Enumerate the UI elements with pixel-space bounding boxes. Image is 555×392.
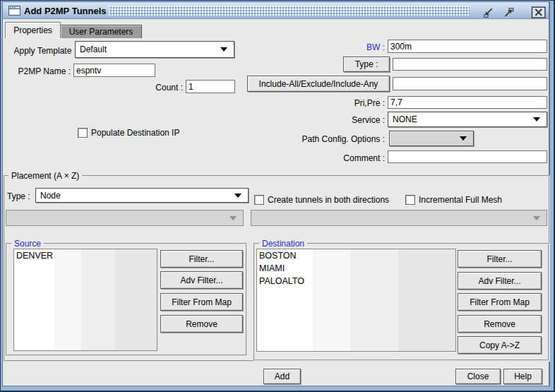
apply-template-label: Apply Template : bbox=[3, 46, 76, 56]
path-config-options-select[interactable] bbox=[389, 131, 474, 146]
list-item[interactable]: MIAMI bbox=[257, 262, 455, 275]
pripre-input[interactable] bbox=[388, 96, 547, 109]
placement-group-title: Placement (A × Z) bbox=[8, 171, 82, 181]
tab-user-parameters[interactable]: User Parameters bbox=[60, 25, 142, 38]
placement-left-select-disabled bbox=[6, 210, 244, 226]
source-filter-from-map-button[interactable]: Filter From Map bbox=[160, 293, 243, 311]
close-button-label: Close bbox=[467, 372, 489, 381]
include-all-exclude-include-any-button[interactable]: Include-All/Exclude/Include-Any bbox=[247, 76, 390, 92]
bw-label: BW : bbox=[350, 42, 385, 52]
window-title: Add P2MP Tunnels bbox=[24, 6, 107, 16]
close-dialog-button[interactable]: Close bbox=[455, 369, 501, 384]
list-item[interactable]: DENVER bbox=[14, 249, 157, 262]
help-button[interactable]: Help bbox=[503, 369, 542, 384]
apply-template-select[interactable]: Default bbox=[75, 41, 234, 58]
destination-group-title: Destination bbox=[259, 239, 307, 249]
chevron-down-icon bbox=[220, 47, 227, 52]
tab-properties-label: Properties bbox=[13, 25, 52, 35]
chevron-down-icon bbox=[234, 194, 241, 198]
help-button-label: Help bbox=[514, 372, 532, 381]
chevron-down-icon bbox=[533, 216, 540, 220]
incremental-full-mesh-checkbox[interactable] bbox=[405, 195, 415, 205]
chevron-down-icon bbox=[533, 117, 540, 121]
populate-destination-ip-label: Populate Destination IP bbox=[91, 128, 179, 138]
source-remove-label: Remove bbox=[186, 319, 217, 329]
create-tunnels-both-directions-checkbox[interactable] bbox=[254, 195, 264, 205]
service-label: Service : bbox=[341, 115, 385, 125]
include-input[interactable] bbox=[393, 77, 547, 90]
include-button-label: Include-All/Exclude/Include-Any bbox=[259, 79, 378, 89]
copy-a-to-z-button[interactable]: Copy A->Z bbox=[458, 336, 542, 354]
destination-adv-filter-button[interactable]: Adv Filter... bbox=[458, 272, 542, 290]
create-tunnels-both-directions-label: Create tunnels in both directions bbox=[268, 195, 389, 205]
close-button[interactable] bbox=[531, 6, 546, 18]
destination-adv-filter-label: Adv Filter... bbox=[478, 276, 520, 286]
bw-input[interactable] bbox=[388, 40, 547, 53]
source-list[interactable]: DENVER bbox=[13, 249, 157, 351]
count-input[interactable] bbox=[186, 80, 235, 93]
add-p2mp-tunnels-dialog: Add P2MP Tunnels Properties User bbox=[0, 0, 555, 392]
type-input[interactable] bbox=[393, 58, 547, 71]
placement-right-select-disabled bbox=[251, 210, 547, 226]
type-button[interactable]: Type : bbox=[343, 57, 390, 72]
titlebar-texture bbox=[109, 6, 470, 16]
service-select[interactable]: NONE bbox=[388, 112, 547, 127]
path-config-options-label: Path Config. Options : bbox=[297, 134, 385, 144]
source-filter-from-map-label: Filter From Map bbox=[172, 297, 232, 307]
destination-filter-label: Filter... bbox=[487, 254, 512, 264]
service-value: NONE bbox=[393, 114, 417, 124]
chevron-down-icon bbox=[229, 216, 237, 220]
title-bar[interactable]: Add P2MP Tunnels bbox=[3, 2, 549, 19]
add-button-label: Add bbox=[275, 372, 290, 381]
list-item[interactable]: PALOALTO bbox=[257, 275, 455, 287]
tab-user-parameters-label: User Parameters bbox=[69, 27, 133, 37]
source-filter-button[interactable]: Filter... bbox=[160, 250, 243, 268]
placement-type-value: Node bbox=[40, 191, 61, 201]
chevron-down-icon bbox=[460, 136, 467, 141]
minimize-button[interactable] bbox=[481, 7, 496, 18]
destination-filter-from-map-label: Filter From Map bbox=[470, 297, 530, 307]
add-button[interactable]: Add bbox=[263, 369, 301, 384]
placement-type-label: Type : bbox=[7, 191, 34, 201]
source-filter-label: Filter... bbox=[189, 254, 214, 264]
p2mp-name-label: P2MP Name : bbox=[6, 66, 71, 76]
p2mp-name-input[interactable] bbox=[73, 64, 155, 77]
destination-remove-button[interactable]: Remove bbox=[458, 315, 542, 333]
copy-a-to-z-label: Copy A->Z bbox=[479, 340, 520, 350]
source-remove-button[interactable]: Remove bbox=[160, 315, 243, 333]
pripre-label: Pri,Pre : bbox=[342, 98, 385, 108]
source-group-title: Source bbox=[11, 239, 44, 249]
tab-properties[interactable]: Properties bbox=[5, 22, 61, 38]
apply-template-value: Default bbox=[80, 44, 107, 54]
source-adv-filter-label: Adv Filter... bbox=[180, 275, 222, 285]
destination-remove-label: Remove bbox=[484, 319, 515, 329]
source-adv-filter-button[interactable]: Adv Filter... bbox=[160, 271, 243, 289]
destination-filter-from-map-button[interactable]: Filter From Map bbox=[458, 293, 542, 311]
destination-list[interactable]: BOSTON MIAMI PALOALTO bbox=[256, 249, 456, 352]
type-button-label: Type : bbox=[355, 59, 378, 69]
window-icon bbox=[8, 6, 20, 18]
maximize-button[interactable] bbox=[501, 7, 516, 18]
destination-filter-button[interactable]: Filter... bbox=[458, 250, 542, 268]
count-label: Count : bbox=[151, 83, 183, 93]
comment-label: Comment : bbox=[334, 153, 385, 163]
placement-type-select[interactable]: Node bbox=[35, 188, 249, 203]
comment-input[interactable] bbox=[388, 150, 547, 163]
populate-destination-ip-checkbox[interactable] bbox=[78, 128, 88, 138]
list-item[interactable]: BOSTON bbox=[257, 249, 455, 262]
incremental-full-mesh-label: Incremental Full Mesh bbox=[419, 195, 502, 205]
